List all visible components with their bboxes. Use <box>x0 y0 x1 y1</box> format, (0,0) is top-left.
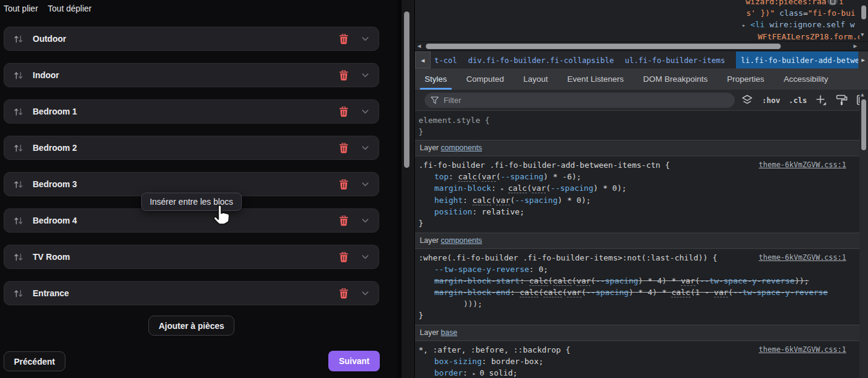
tab-layout[interactable]: Layout <box>523 68 548 90</box>
toggle-hover-state-button[interactable]: :hov <box>762 96 780 105</box>
css-source-link[interactable]: theme-6kVmZGVW.css:1 <box>759 344 847 356</box>
elements-vertical-scrollbar[interactable]: ▼ <box>860 0 868 41</box>
css-layers-icon[interactable] <box>741 94 754 105</box>
delete-room-button[interactable] <box>339 288 348 299</box>
breadcrumb-back-button[interactable]: ◀ <box>415 51 431 68</box>
css-selector[interactable]: *, :after, :before, ::backdrop { <box>419 345 570 354</box>
scrollbar-thumb[interactable] <box>426 44 781 49</box>
scrollbar-thumb[interactable] <box>861 99 866 150</box>
rooms-list: Outdoor Indoor Bedroom 1 Bedroom 2 <box>4 27 379 305</box>
collapse-room-button[interactable] <box>360 216 370 225</box>
delete-room-button[interactable] <box>339 179 348 190</box>
layer-link[interactable]: base <box>441 328 457 337</box>
elements-code-line[interactable]: WFtFEAILersZP18.form.c <box>415 31 860 41</box>
elements-code-line[interactable]: s' })" class="fi-fo-bui <box>415 7 860 19</box>
delete-room-button[interactable] <box>339 107 348 117</box>
delete-room-button[interactable] <box>339 252 348 262</box>
tab-dom-breakpoints[interactable]: DOM Breakpoints <box>643 68 708 90</box>
delete-room-button[interactable] <box>339 216 348 226</box>
new-style-rule-icon[interactable] <box>815 94 827 106</box>
css-source-link[interactable]: theme-6kVmZGVW.css:1 <box>759 252 847 264</box>
css-declaration[interactable]: margin-block-end: calc(calc(var(--spacin… <box>419 287 846 310</box>
scrollbar-thumb[interactable] <box>861 5 866 19</box>
chevron-down-icon <box>360 179 370 189</box>
room-row[interactable]: Outdoor <box>4 27 379 51</box>
css-selector[interactable]: :where(.fi-fo-builder .fi-fo-builder-ite… <box>419 253 717 262</box>
css-source-link[interactable]: theme-6kVmZGVW.css:1 <box>759 159 847 171</box>
scroll-up-icon[interactable]: ▲ <box>861 91 864 98</box>
css-declaration[interactable]: top: calc(var(--spacing) * -6); <box>419 171 846 182</box>
collapse-room-button[interactable] <box>360 143 370 153</box>
devtools-tabs: StylesComputedLayoutEvent ListenersDOM B… <box>415 68 868 90</box>
collapse-all-button[interactable]: Tout plier <box>4 4 38 13</box>
tab-properties[interactable]: Properties <box>727 68 764 90</box>
tab-accessibility[interactable]: Accessibility <box>784 68 829 90</box>
drag-handle[interactable] <box>13 33 25 45</box>
toggle-classes-button[interactable]: .cls <box>789 96 807 105</box>
copy-icon[interactable] <box>827 0 838 5</box>
expand-value-icon[interactable]: ▸ <box>501 185 508 192</box>
collapse-room-button[interactable] <box>360 288 370 298</box>
drag-handle[interactable] <box>13 179 25 190</box>
room-row[interactable]: TV Room <box>4 245 379 269</box>
rendering-brush-icon[interactable] <box>836 94 848 106</box>
tab-computed[interactable]: Computed <box>466 68 504 90</box>
css-rule: theme-6kVmZGVW.css:1 *, :after, :before,… <box>415 341 860 378</box>
styles-vertical-scrollbar[interactable]: ▲ <box>860 90 868 378</box>
breadcrumb-item[interactable]: t-col <box>434 51 457 68</box>
tab-styles[interactable]: Styles <box>425 68 447 90</box>
collapse-room-button[interactable] <box>360 107 370 116</box>
collapse-room-button[interactable] <box>360 179 370 189</box>
drag-handle[interactable] <box>13 106 25 118</box>
room-row[interactable]: Entrance <box>4 281 379 305</box>
drag-handle[interactable] <box>13 70 25 81</box>
drag-handle[interactable] <box>13 215 25 227</box>
breadcrumb-forward-button[interactable]: ▶ <box>858 51 868 68</box>
room-row[interactable]: Bedroom 1 <box>4 99 379 124</box>
css-declaration[interactable]: border: ▸ 0 solid; <box>419 367 846 378</box>
drag-handle[interactable] <box>13 251 25 263</box>
filter-box[interactable] <box>425 93 735 108</box>
scroll-right-icon[interactable]: ▶ <box>853 42 857 49</box>
collapse-room-button[interactable] <box>360 70 370 80</box>
next-step-button[interactable]: Suivant <box>328 351 380 371</box>
tab-event-listeners[interactable]: Event Listeners <box>568 68 624 90</box>
css-declaration[interactable]: margin-block-start: calc(calc(var(--spac… <box>419 275 846 287</box>
expand-node-icon[interactable]: ▸ <box>742 22 746 28</box>
breadcrumb-item[interactable]: ul.fi-fo-builder-items <box>624 51 725 68</box>
room-row[interactable]: Bedroom 4 <box>4 208 379 233</box>
css-declaration[interactable]: box-sizing: border-box; <box>419 356 846 367</box>
room-row[interactable]: Indoor <box>4 63 379 87</box>
expand-all-button[interactable]: Tout déplier <box>48 4 91 13</box>
css-declaration[interactable]: position: relative; <box>419 206 846 217</box>
delete-room-button[interactable] <box>339 70 348 81</box>
scroll-left-icon[interactable]: ◀ <box>417 42 421 49</box>
room-row[interactable]: Bedroom 2 <box>4 136 379 160</box>
expand-value-icon[interactable]: ▸ <box>472 370 480 377</box>
layer-link[interactable]: components <box>441 236 482 245</box>
page-scrollbar-thumb[interactable] <box>404 12 409 168</box>
breadcrumb-item[interactable]: li.fi-fo-builder-add-between-items-ctn <box>736 51 858 68</box>
drag-reorder-icon <box>13 106 24 118</box>
elements-code-line[interactable]: ▸ <li wire:ignore.self w <box>415 19 860 31</box>
elements-horizontal-scrollbar[interactable]: ◀ ▶ <box>415 41 868 51</box>
css-declaration[interactable]: height: calc(var(--spacing) * 0); <box>419 194 846 206</box>
elements-code-line[interactable]: wizard:pieces:raai <box>415 0 860 7</box>
css-declaration[interactable]: --tw-space-y-reverse: 0; <box>419 264 846 275</box>
delete-room-button[interactable] <box>339 143 348 153</box>
scroll-down-icon[interactable]: ▼ <box>861 31 864 38</box>
previous-step-button[interactable]: Précédent <box>4 351 65 371</box>
breadcrumb: ◀ t-coldiv.fi-fo-builder.fi-collapsibleu… <box>415 51 868 68</box>
element-style-rule[interactable]: element.style { } <box>415 111 860 140</box>
layer-link[interactable]: components <box>441 144 482 152</box>
styles-filter-input[interactable] <box>443 96 729 105</box>
css-selector[interactable]: .fi-fo-builder .fi-fo-builder-add-betwee… <box>419 161 670 170</box>
breadcrumb-item[interactable]: div.fi-fo-builder.fi-collapsible <box>468 51 614 68</box>
collapse-room-button[interactable] <box>360 34 370 44</box>
add-room-button[interactable]: Ajouter à pièces <box>148 316 234 336</box>
collapse-room-button[interactable] <box>360 252 370 262</box>
drag-handle[interactable] <box>13 288 25 299</box>
drag-handle[interactable] <box>13 142 25 154</box>
css-declaration[interactable]: margin-block: ▸ calc(var(--spacing) * 0)… <box>419 182 846 194</box>
delete-room-button[interactable] <box>339 34 348 44</box>
